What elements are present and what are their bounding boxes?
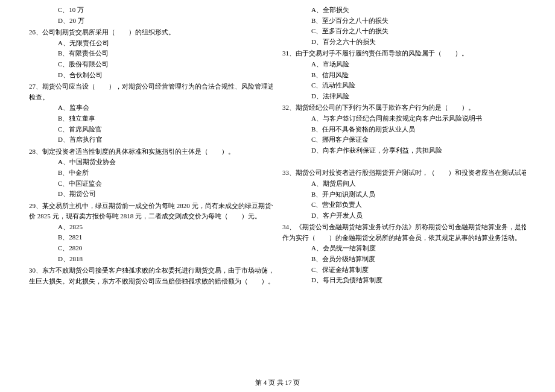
q34-opt-a: A、会员统一结算制度	[282, 243, 526, 254]
q25-opt-d: D、20 万	[29, 16, 273, 27]
q33-opt-a: A、期货居间人	[282, 179, 526, 189]
q34-opt-d: D、每日无负债结算制度	[282, 275, 526, 286]
q28-opt-b: B、中金所	[29, 168, 273, 179]
q29-opt-a: A、2825	[29, 222, 273, 233]
q33-stem: 33、期货公司对投资者进行股指期货开户测试时，（ ）和投资者应当在测试试卷上签字…	[282, 168, 526, 179]
q31-opt-a: A、市场风险	[282, 59, 526, 70]
q27-stem-1: 27、期货公司应当设（ ），对期货公司经营管理行为的合法合规性、风险管理进行监督…	[29, 81, 273, 92]
q32-opt-d: D、向客户作获利保证，分享利益，共担风险	[282, 145, 526, 156]
q32-opt-b: B、任用不具备资格的期货从业人员	[282, 124, 526, 135]
q28-opt-d: D、期货公司	[29, 189, 273, 200]
q34-stem-1: 34、《期货公司金融期货结算业务试行办法》所称期货公司金融期货结算业务，是指期货…	[282, 222, 526, 233]
q26-stem: 26、公司制期货交易所采用（ ）的组织形式。	[29, 27, 273, 38]
left-column: C、10 万 D、20 万 26、公司制期货交易所采用（ ）的组织形式。 A、无…	[29, 5, 278, 363]
q30-stem-2: 生巨大损失。对此损失，东方不败期货公司应当赔偿独孤求败的赔偿额为（ ）。	[29, 276, 273, 287]
blank-gap	[282, 156, 526, 166]
q31-opt-b: B、信用风险	[282, 70, 526, 81]
q34-opt-b: B、会员分级结算制度	[282, 254, 526, 265]
q25-opt-c: C、10 万	[29, 5, 273, 16]
q33-opt-c: C、营业部负责人	[282, 200, 526, 210]
q27-stem-2: 检查。	[29, 92, 273, 103]
q32-stem: 32、期货经纪公司的下列行为不属于欺诈客户行为的是（ ）。	[282, 103, 526, 113]
q26-opt-a: A、无限责任公司	[29, 38, 273, 49]
q31-opt-c: C、流动性风险	[282, 80, 526, 91]
q33-opt-d: D、客户开发人员	[282, 210, 526, 221]
q27-opt-c: C、首席风险官	[29, 124, 273, 135]
q31-stem: 31、由于交易对手不履行履约责任而导致的风险属于（ ）。	[282, 48, 526, 59]
q33-opt-b: B、开户知识测试人员	[282, 189, 526, 200]
q26-opt-b: B、有限责任公司	[29, 48, 273, 59]
q30-opt-a: A、全部损失	[282, 5, 526, 16]
q27-opt-a: A、监事会	[29, 103, 273, 113]
q26-opt-c: C、股份有限公司	[29, 59, 273, 70]
q30-opt-d: D、百分之六十的损失	[282, 37, 526, 48]
q30-opt-b: B、至少百分之八十的损失	[282, 16, 526, 27]
q29-opt-d: D、2818	[29, 254, 273, 265]
q34-opt-c: C、保证金结算制度	[282, 265, 526, 276]
q29-stem-1: 29、某交易所主机中，绿豆期货前一成交价为每吨 2820 元，尚有未成交的绿豆期…	[29, 201, 273, 212]
q32-opt-a: A、与客户签订经纪合同前未按规定向客户出示风险说明书	[282, 113, 526, 124]
q30-stem-1: 30、东方不败期货公司接受客户独孤求败的全权委托进行期货交易，由于市场动荡，该交…	[29, 265, 273, 276]
q27-opt-b: B、独立董事	[29, 113, 273, 124]
q28-opt-c: C、中国证监会	[29, 179, 273, 189]
q29-stem-2: 价 2825 元，现有卖方报价每吨 2818 元，二者成交则成交价为每吨（ ）元…	[29, 211, 273, 222]
q30-opt-c: C、至多百分之八十的损失	[282, 26, 526, 37]
q28-stem: 28、制定投资者适当性制度的具体标准和实施指引的主体是（ ）。	[29, 147, 273, 157]
page: C、10 万 D、20 万 26、公司制期货交易所采用（ ）的组织形式。 A、无…	[0, 0, 555, 392]
q29-opt-b: B、2821	[29, 232, 273, 243]
q28-opt-a: A、中国期货业协会	[29, 157, 273, 168]
columns: C、10 万 D、20 万 26、公司制期货交易所采用（ ）的组织形式。 A、无…	[29, 5, 526, 363]
q27-opt-d: D、首席执行官	[29, 134, 273, 145]
page-footer: 第 4 页 共 17 页	[0, 378, 555, 388]
q32-opt-c: C、挪用客户保证金	[282, 134, 526, 145]
q34-stem-2: 作为实行（ ）的金融期货交易所的结算会员，依其规定从事的结算业务活动。	[282, 233, 526, 244]
q26-opt-d: D、合伙制公司	[29, 70, 273, 81]
q29-opt-c: C、2820	[29, 243, 273, 254]
right-column: A、全部损失 B、至少百分之八十的损失 C、至多百分之八十的损失 D、百分之六十…	[278, 5, 526, 363]
q31-opt-d: D、法律风险	[282, 91, 526, 102]
